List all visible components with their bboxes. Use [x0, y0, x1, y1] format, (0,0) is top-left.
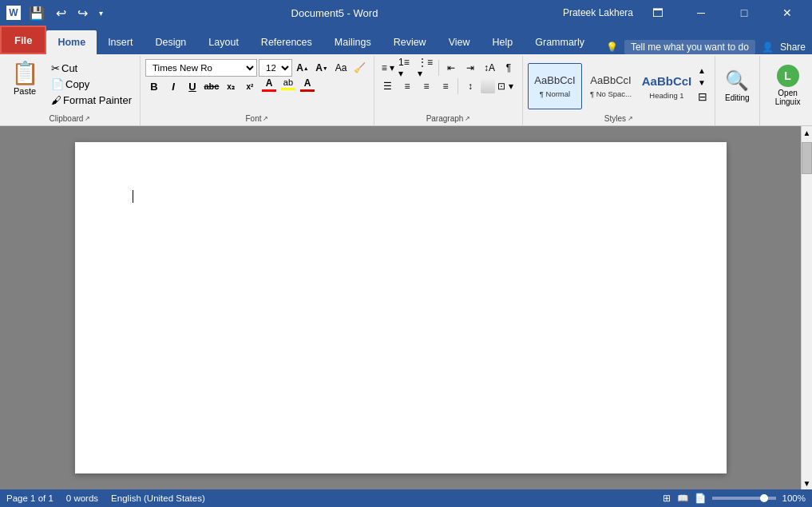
- shrink-font-button[interactable]: A▼: [313, 59, 331, 77]
- read-mode-icon[interactable]: 📖: [677, 493, 688, 504]
- word-count: 0 words: [66, 493, 98, 503]
- tab-home[interactable]: Home: [46, 30, 97, 54]
- decrease-indent-button[interactable]: ⇤: [442, 59, 460, 77]
- styles-scroll: ▲ ▼ ⊟: [695, 65, 710, 107]
- vertical-scrollbar[interactable]: ▲ ▼: [801, 126, 812, 489]
- grow-font-button[interactable]: A▲: [294, 59, 311, 77]
- paste-button[interactable]: 📋 Paste: [5, 59, 45, 99]
- status-left: Page 1 of 1 0 words English (United Stat…: [6, 493, 205, 503]
- format-painter-label: Format Painter: [63, 94, 132, 106]
- tab-references[interactable]: References: [250, 30, 323, 54]
- document-area: ▲ ▼: [0, 126, 812, 489]
- justify-button[interactable]: ≡: [437, 77, 454, 95]
- save-qat-button[interactable]: 💾: [26, 4, 48, 22]
- redo-qat-button[interactable]: ↪: [74, 4, 91, 22]
- scroll-up-button[interactable]: ▲: [802, 126, 812, 139]
- style-heading1[interactable]: AaBbCcI Heading 1: [640, 63, 694, 109]
- scroll-track[interactable]: [802, 139, 812, 477]
- text-color-bar: [262, 89, 276, 92]
- share-button[interactable]: Share: [780, 42, 806, 53]
- paint-brush-icon: 🖌: [51, 94, 61, 106]
- tab-review[interactable]: Review: [382, 30, 438, 54]
- align-right-button[interactable]: ≡: [418, 77, 435, 95]
- styles-scroll-down[interactable]: ▼: [695, 77, 710, 88]
- undo-qat-button[interactable]: ↩: [53, 4, 69, 22]
- subscript-button[interactable]: x₂: [222, 77, 240, 95]
- document-scroll[interactable]: [0, 126, 801, 489]
- maximize-button[interactable]: □: [726, 0, 762, 26]
- editing-content: 🔍 Editing: [719, 57, 756, 113]
- title-bar-left: W 💾 ↩ ↪ ▾: [6, 4, 106, 22]
- align-left-button[interactable]: ☰: [379, 77, 397, 95]
- underline-button[interactable]: U: [184, 77, 201, 95]
- tab-insert[interactable]: Insert: [97, 30, 144, 54]
- share-icon: 👤: [762, 42, 774, 53]
- layout-icon[interactable]: ⊞: [663, 493, 671, 504]
- restore-window-button[interactable]: 🗖: [640, 0, 676, 26]
- clear-formatting-button[interactable]: 🧹: [351, 59, 369, 77]
- zoom-slider[interactable]: [712, 497, 776, 500]
- numbering-button[interactable]: 1≡ ▾: [398, 59, 416, 77]
- style-h1-preview: AaBbCcI: [642, 73, 692, 89]
- increase-indent-button[interactable]: ⇥: [461, 59, 479, 77]
- align-center-button[interactable]: ≡: [398, 77, 416, 95]
- multilevel-button[interactable]: ⋮≡ ▾: [418, 59, 435, 77]
- scissors-icon: ✂: [51, 62, 60, 74]
- content-area: ▲ ▼: [0, 126, 812, 489]
- font-size-select[interactable]: 12: [259, 59, 292, 77]
- tab-mailings[interactable]: Mailings: [323, 30, 382, 54]
- cut-button[interactable]: ✂ Cut: [48, 61, 135, 76]
- format-painter-button[interactable]: 🖌 Format Painter: [48, 93, 135, 108]
- font-color-button[interactable]: A: [299, 77, 316, 95]
- font-family-select[interactable]: Times New Ro: [145, 59, 257, 77]
- change-case-button[interactable]: Aa: [332, 59, 350, 77]
- open-linguix-button[interactable]: L OpenLinguix: [768, 61, 808, 109]
- text-color-icon: A: [266, 77, 273, 89]
- clipboard-expand-icon[interactable]: ↗: [85, 115, 90, 122]
- paragraph-expand-icon[interactable]: ↗: [465, 115, 470, 122]
- styles-expand[interactable]: ⊟: [695, 89, 710, 104]
- linguix-icon: L: [777, 65, 799, 87]
- status-bar: Page 1 of 1 0 words English (United Stat…: [0, 489, 812, 507]
- font-row-1: Times New Ro 12 A▲ A▼ Aa 🧹: [145, 59, 369, 77]
- styles-scroll-up[interactable]: ▲: [695, 65, 710, 76]
- sort-button[interactable]: ↕A: [481, 59, 498, 77]
- superscript-button[interactable]: x²: [241, 77, 259, 95]
- main-area: ▲ ▼: [0, 126, 812, 489]
- copy-button[interactable]: 📄 Copy: [48, 77, 135, 92]
- borders-button[interactable]: ⊡ ▾: [497, 77, 514, 95]
- scroll-thumb[interactable]: [802, 142, 812, 174]
- file-tab[interactable]: File: [0, 26, 46, 54]
- zoom-thumb[interactable]: [760, 494, 768, 502]
- shading-button[interactable]: [481, 79, 495, 93]
- minimize-button[interactable]: ─: [683, 0, 719, 26]
- styles-expand-icon[interactable]: ↗: [628, 115, 633, 122]
- tab-grammarly[interactable]: Grammarly: [524, 30, 596, 54]
- document-page[interactable]: [75, 142, 727, 473]
- print-layout-icon[interactable]: 📄: [695, 493, 706, 504]
- tab-layout[interactable]: Layout: [197, 30, 250, 54]
- tab-help[interactable]: Help: [481, 30, 525, 54]
- font-expand-icon[interactable]: ↗: [263, 115, 268, 122]
- strikethrough-button[interactable]: abc: [203, 77, 220, 95]
- qat-customize-button[interactable]: ▾: [96, 7, 106, 19]
- highlight-color-button[interactable]: ab: [279, 77, 297, 95]
- ribbon: 📋 Paste ✂ Cut 📄 Copy 🖌 Format Painter: [0, 54, 812, 126]
- text-color-button[interactable]: A: [260, 77, 278, 95]
- document-title: Document5 - Word: [106, 7, 563, 19]
- bold-button[interactable]: B: [145, 77, 163, 95]
- bullets-button[interactable]: ≡ ▾: [379, 59, 397, 77]
- para-row-1: ≡ ▾ 1≡ ▾ ⋮≡ ▾ ⇤ ⇥ ↕A ¶: [379, 59, 517, 77]
- line-spacing-button[interactable]: ↕: [461, 77, 479, 95]
- tab-view[interactable]: View: [438, 30, 481, 54]
- italic-button[interactable]: I: [164, 77, 182, 95]
- tell-me-input[interactable]: Tell me what you want to do: [624, 40, 755, 54]
- show-hide-button[interactable]: ¶: [500, 59, 517, 77]
- tab-design[interactable]: Design: [144, 30, 197, 54]
- close-button[interactable]: ✕: [769, 0, 806, 26]
- editing-button[interactable]: 🔍 Editing: [720, 66, 755, 105]
- style-normal[interactable]: AaBbCcI ¶ Normal: [528, 63, 582, 109]
- style-no-spacing[interactable]: AaBbCcI ¶ No Spac...: [584, 63, 638, 109]
- scroll-down-button[interactable]: ▼: [802, 477, 812, 489]
- editing-label: Editing: [725, 93, 750, 102]
